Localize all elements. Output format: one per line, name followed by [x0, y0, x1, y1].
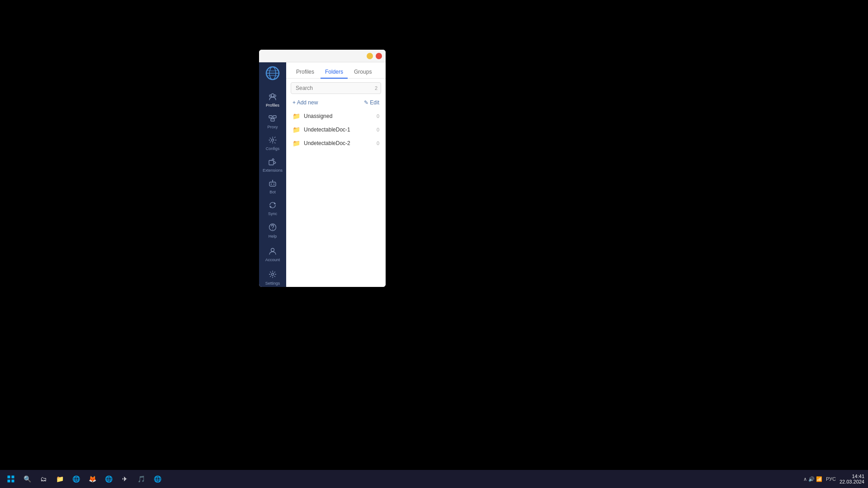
app-logo: [264, 66, 281, 80]
help-icon: [269, 223, 277, 233]
svg-rect-6: [269, 116, 272, 118]
sidebar: Profiles Proxy: [259, 62, 286, 287]
sidebar-item-bot[interactable]: Bot: [261, 177, 284, 197]
taskbar-time: 14:41: [852, 474, 864, 479]
taskbar-clock: 14:41 22.03.2024: [840, 474, 864, 484]
sync-icon: [269, 202, 277, 211]
folder-icon: 📁: [292, 113, 300, 120]
sidebar-item-extensions[interactable]: Extensions: [261, 155, 284, 175]
sidebar-item-bot-label: Bot: [269, 190, 276, 194]
folder-name: UndetectableDoc-1: [304, 127, 373, 133]
svg-point-20: [271, 249, 274, 252]
spotify-button[interactable]: 🎵: [134, 472, 148, 486]
language-indicator: РУС: [826, 476, 836, 482]
extensions-icon: [269, 158, 277, 167]
sidebar-item-proxy[interactable]: Proxy: [261, 112, 284, 132]
account-icon: [269, 247, 277, 257]
edit-button[interactable]: ✎ Edit: [362, 99, 381, 107]
taskbar-date: 22.03.2024: [840, 479, 864, 484]
svg-point-15: [274, 183, 274, 184]
sidebar-item-account[interactable]: Account: [261, 244, 284, 265]
folder-icon: 📁: [292, 126, 300, 133]
svg-rect-25: [12, 480, 14, 483]
folder-name: Unassigned: [304, 113, 373, 119]
minimize-button[interactable]: –: [367, 53, 373, 59]
svg-rect-23: [12, 476, 14, 479]
svg-rect-24: [8, 480, 10, 483]
title-bar-controls: – ✕: [367, 53, 382, 59]
sidebar-item-proxy-label: Proxy: [267, 125, 278, 129]
chrome-button[interactable]: 🌐: [69, 472, 83, 486]
tab-profiles[interactable]: Profiles: [292, 66, 319, 79]
taskview-button[interactable]: 🗂: [36, 472, 51, 486]
folder-item-doc2[interactable]: 📁 UndetectableDoc-2 0: [289, 136, 383, 150]
taskbar: 🔍 🗂 📁 🌐 🦊 🌐 ✈ 🎵 🌐 ∧ 🔊 📶 РУС 14:41 22.03.…: [0, 470, 868, 488]
folder-list: 📁 Unassigned 0 📁 UndetectableDoc-1 0 📁 U…: [286, 109, 386, 287]
taskbar-right: ∧ 🔊 📶 РУС 14:41 22.03.2024: [803, 474, 868, 484]
tab-groups[interactable]: Groups: [349, 66, 376, 79]
folder-count: 0: [377, 127, 379, 132]
svg-point-14: [271, 183, 272, 184]
sidebar-item-profiles-label: Profiles: [266, 103, 279, 108]
sidebar-item-extensions-label: Extensions: [263, 168, 283, 173]
close-button[interactable]: ✕: [376, 53, 382, 59]
configs-icon: [269, 136, 277, 145]
folder-count: 0: [377, 141, 379, 146]
sidebar-item-settings-label: Settings: [265, 281, 280, 286]
svg-point-17: [272, 180, 273, 181]
folder-item-doc1[interactable]: 📁 UndetectableDoc-1 0: [289, 123, 383, 136]
sidebar-item-settings[interactable]: Settings: [261, 267, 284, 287]
explorer-button[interactable]: 📁: [52, 472, 67, 486]
app-window: – ✕: [259, 50, 386, 287]
system-tray: ∧ 🔊 📶: [803, 476, 822, 482]
app-body: Profiles Proxy: [259, 62, 386, 287]
firefox-button[interactable]: 🦊: [85, 472, 99, 486]
settings-icon: [269, 270, 277, 280]
search-taskbar-button[interactable]: 🔍: [20, 472, 34, 486]
proxy-icon: [269, 115, 277, 124]
add-new-button[interactable]: + Add new: [291, 99, 320, 107]
folder-count: 0: [377, 113, 379, 119]
svg-rect-7: [273, 116, 276, 118]
folder-icon: 📁: [292, 140, 300, 147]
svg-point-21: [272, 273, 274, 276]
tabs-bar: Profiles Folders Groups: [286, 62, 386, 79]
sidebar-item-sync-label: Sync: [268, 211, 277, 216]
svg-rect-22: [8, 476, 10, 479]
folder-item-unassigned[interactable]: 📁 Unassigned 0: [289, 109, 383, 123]
search-input[interactable]: [291, 82, 381, 94]
telegram-button[interactable]: ✈: [118, 472, 132, 486]
sidebar-item-configs[interactable]: Configs: [261, 134, 284, 154]
bot-icon: [269, 180, 277, 189]
svg-rect-12: [269, 160, 274, 165]
sidebar-item-help[interactable]: Help: [261, 221, 284, 241]
sidebar-item-help-label: Help: [269, 234, 277, 239]
browser-button[interactable]: 🌐: [101, 472, 116, 486]
search-count: 2: [375, 85, 377, 91]
sidebar-item-sync[interactable]: Sync: [261, 199, 284, 219]
svg-point-19: [272, 229, 273, 230]
taskbar-left: 🔍 🗂 📁 🌐 🦊 🌐 ✈ 🎵 🌐: [0, 472, 165, 486]
sidebar-item-account-label: Account: [265, 258, 280, 262]
svg-rect-13: [269, 182, 276, 186]
start-button[interactable]: [4, 472, 18, 486]
search-bar: 2: [291, 82, 381, 94]
title-bar: – ✕: [259, 50, 386, 62]
actions-row: + Add new ✎ Edit: [286, 97, 386, 108]
tab-folders[interactable]: Folders: [321, 66, 348, 79]
app-button[interactable]: 🌐: [150, 472, 165, 486]
sidebar-item-profiles[interactable]: Profiles: [261, 90, 284, 110]
main-content: Profiles Folders Groups 2 + Add new ✎ Ed…: [286, 62, 386, 287]
folder-name: UndetectableDoc-2: [304, 140, 373, 146]
profiles-icon: [269, 93, 277, 102]
svg-point-11: [272, 139, 274, 141]
sidebar-item-configs-label: Configs: [266, 146, 280, 151]
svg-rect-8: [271, 119, 274, 121]
sidebar-bottom: Help Account: [261, 220, 284, 287]
